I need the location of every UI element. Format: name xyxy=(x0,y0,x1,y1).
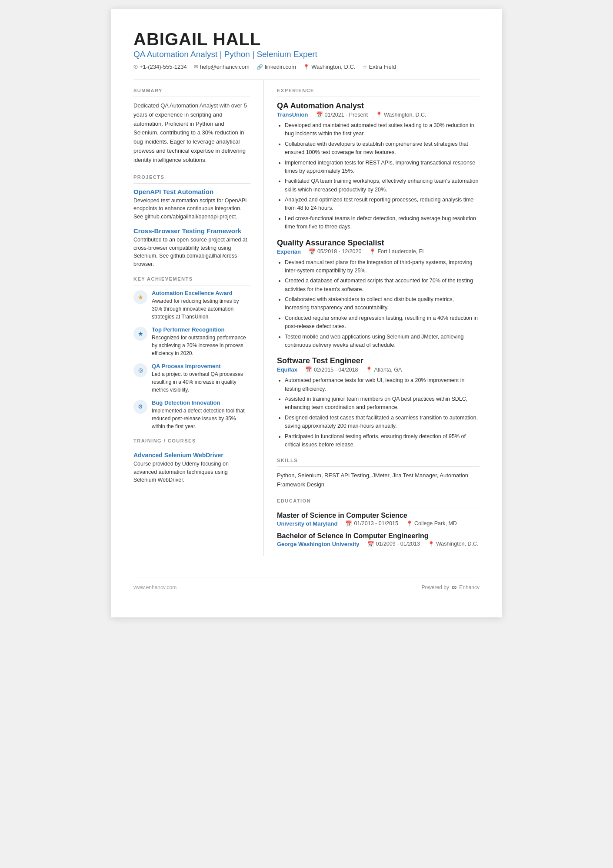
achievement-title-3: QA Process Improvement xyxy=(152,363,250,369)
exp-meta-2: Experian 📅 05/2018 - 12/2020 📍 Fort Laud… xyxy=(277,248,480,255)
exp-meta-3: Equifax 📅 02/2015 - 04/2018 📍 Atlanta, G… xyxy=(277,366,480,373)
exp-company-3: Equifax xyxy=(277,366,297,373)
education-item-1: Master of Science in Computer Science Un… xyxy=(277,512,480,527)
email-value: help@enhancv.com xyxy=(200,64,250,70)
footer-brand: Powered by ∞ Enhancv xyxy=(422,583,480,591)
exp-dates-2: 📅 05/2018 - 12/2020 xyxy=(309,248,361,255)
bullet-1-1: Developed and maintained automated test … xyxy=(285,121,480,138)
edu-calendar-icon-1: 📅 xyxy=(345,520,352,527)
bullet-3-2: Assisted in training junior team members… xyxy=(285,395,480,412)
edu-school-2: George Washington University xyxy=(277,541,360,547)
summary-section: SUMMARY Dedicated QA Automation Analyst … xyxy=(133,88,250,165)
experience-section: EXPERIENCE QA Automation Analyst TransUn… xyxy=(277,88,480,449)
location-icon: 📍 xyxy=(303,64,310,70)
bullet-1-6: Led cross-functional teams in defect det… xyxy=(285,214,480,231)
linkedin-value: linkedin.com xyxy=(265,64,296,70)
exp-job-title-3: Software Test Engineer xyxy=(277,356,480,365)
exp-meta-1: TransUnion 📅 01/2021 - Present 📍 Washing… xyxy=(277,111,480,118)
exp-bullets-2: Devised manual test plans for the integr… xyxy=(277,258,480,350)
experience-item-1: QA Automation Analyst TransUnion 📅 01/20… xyxy=(277,101,480,231)
exp-job-title-1: QA Automation Analyst xyxy=(277,101,480,111)
achievement-desc-2: Recognized for outstanding performance b… xyxy=(152,334,250,357)
edu-dates-2: 📅 01/2009 - 01/2013 xyxy=(367,541,420,547)
achievement-desc-3: Led a project to overhaul QA processes r… xyxy=(152,370,250,394)
summary-text: Dedicated QA Automation Analyst with ove… xyxy=(133,101,250,165)
education-divider xyxy=(277,507,480,507)
achievement-icon-wrap-4: ⚙ xyxy=(133,400,147,414)
education-item-2: Bachelor of Science in Computer Engineer… xyxy=(277,532,480,547)
main-content: SUMMARY Dedicated QA Automation Analyst … xyxy=(133,80,480,556)
exp-dates-1: 📅 01/2021 - Present xyxy=(316,111,368,118)
achievement-title-2: Top Performer Recognition xyxy=(152,326,250,333)
achievement-item-1: ★ Automation Excellence Award Awarded fo… xyxy=(133,290,250,321)
star-icon: ☆ xyxy=(363,64,367,70)
project-title-2: Cross-Browser Testing Framework xyxy=(133,227,250,235)
project-desc-2: Contributed to an open-source project ai… xyxy=(133,236,250,268)
project-title-1: OpenAPI Test Automation xyxy=(133,188,250,195)
resume-page: ABIGAIL HALL QA Automation Analyst | Pyt… xyxy=(111,9,502,617)
edu-location-1: 📍 College Park, MD xyxy=(406,520,457,527)
achievement-title-4: Bug Detection Innovation xyxy=(152,399,250,406)
pin-icon-1: 📍 xyxy=(376,111,383,118)
bullet-3-1: Automated performance tests for web UI, … xyxy=(285,376,480,393)
summary-label: SUMMARY xyxy=(133,88,250,93)
left-column: SUMMARY Dedicated QA Automation Analyst … xyxy=(133,80,264,556)
bullet-2-3: Collaborated with stakeholders to collec… xyxy=(285,295,480,312)
location-contact: 📍 Washington, D.C. xyxy=(303,64,355,70)
achievement-icon-wrap-1: ★ xyxy=(133,290,147,304)
experience-item-3: Software Test Engineer Equifax 📅 02/2015… xyxy=(277,356,480,449)
edu-pin-icon-2: 📍 xyxy=(428,541,435,547)
exp-job-title-2: Quality Assurance Specialist xyxy=(277,238,480,248)
exp-dates-3: 📅 02/2015 - 04/2018 xyxy=(305,366,358,373)
edu-pin-icon-1: 📍 xyxy=(406,520,413,527)
training-divider xyxy=(133,447,250,447)
achievement-item-4: ⚙ Bug Detection Innovation Implemented a… xyxy=(133,399,250,430)
exp-location-1: 📍 Washington, D.C. xyxy=(376,111,426,118)
exp-company-2: Experian xyxy=(277,248,301,255)
location-value: Washington, D.C. xyxy=(311,64,355,70)
training-label: TRAINING / COURSES xyxy=(133,438,250,443)
projects-section: PROJECTS OpenAPI Test Automation Develop… xyxy=(133,174,250,268)
powered-by-text: Powered by xyxy=(422,584,449,590)
skills-text: Python, Selenium, REST API Testing, JMet… xyxy=(277,471,480,489)
achievement-content-2: Top Performer Recognition Recognized for… xyxy=(152,326,250,357)
achievements-label: KEY ACHIEVEMENTS xyxy=(133,276,250,282)
achievement-icon-4: ⚙ xyxy=(138,403,143,410)
header: ABIGAIL HALL QA Automation Analyst | Pyt… xyxy=(133,30,480,80)
bullet-2-5: Tested mobile and web applications using… xyxy=(285,333,480,350)
candidate-title: QA Automation Analyst | Python | Seleniu… xyxy=(133,50,480,59)
education-label: EDUCATION xyxy=(277,498,480,503)
edu-meta-2: George Washington University 📅 01/2009 -… xyxy=(277,541,480,547)
experience-label: EXPERIENCE xyxy=(277,88,480,93)
bullet-1-2: Collaborated with developers to establis… xyxy=(285,140,480,157)
phone-contact: ✆ +1-(234)-555-1234 xyxy=(133,64,187,70)
exp-location-2: 📍 Fort Lauderdale, FL xyxy=(369,248,425,255)
achievement-title-1: Automation Excellence Award xyxy=(152,290,250,296)
skills-section: SKILLS Python, Selenium, REST API Testin… xyxy=(277,458,480,489)
achievement-desc-4: Implemented a defect detection tool that… xyxy=(152,407,250,430)
footer-url: www.enhancv.com xyxy=(133,584,177,590)
achievement-content-3: QA Process Improvement Led a project to … xyxy=(152,363,250,394)
achievement-icon-wrap-3: ◎ xyxy=(133,363,147,377)
experience-divider xyxy=(277,97,480,97)
candidate-name: ABIGAIL HALL xyxy=(133,30,480,49)
contact-row: ✆ +1-(234)-555-1234 ✉ help@enhancv.com 🔗… xyxy=(133,64,480,70)
training-title-1: Advanced Selenium WebDriver xyxy=(133,452,250,459)
email-icon: ✉ xyxy=(194,64,198,70)
edu-calendar-icon-2: 📅 xyxy=(367,541,374,547)
right-column: EXPERIENCE QA Automation Analyst TransUn… xyxy=(264,80,480,556)
calendar-icon-3: 📅 xyxy=(305,366,312,373)
bullet-3-4: Participated in functional testing effor… xyxy=(285,432,480,449)
achievement-icon-2: ★ xyxy=(138,330,143,337)
calendar-icon-1: 📅 xyxy=(316,111,323,118)
projects-label: PROJECTS xyxy=(133,174,250,180)
footer: www.enhancv.com Powered by ∞ Enhancv xyxy=(133,577,480,591)
achievements-divider xyxy=(133,285,250,285)
extra-contact: ☆ Extra Field xyxy=(363,64,396,70)
exp-company-1: TransUnion xyxy=(277,111,308,118)
achievement-desc-1: Awarded for reducing testing times by 30… xyxy=(152,297,250,321)
achievement-icon-3: ◎ xyxy=(138,367,143,373)
bullet-2-4: Conducted regular smoke and regression t… xyxy=(285,314,480,331)
edu-degree-1: Master of Science in Computer Science xyxy=(277,512,480,519)
summary-divider xyxy=(133,97,250,97)
